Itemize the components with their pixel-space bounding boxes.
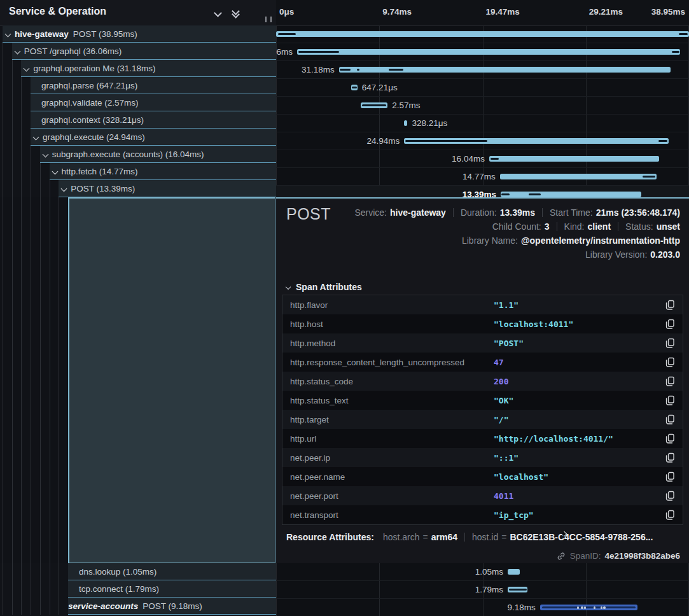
chevron-down-icon[interactable]	[42, 151, 48, 157]
span-bar-row[interactable]: 2.57ms	[276, 97, 689, 115]
copy-icon[interactable]	[665, 319, 675, 329]
span-bar-row[interactable]: 24.94ms	[276, 132, 689, 150]
span-duration-bar[interactable]	[404, 138, 669, 144]
bar-child-segment	[491, 158, 499, 160]
span-duration-bar[interactable]	[276, 31, 689, 37]
panel-resize-handle[interactable]	[265, 17, 272, 22]
meta-value: hive-gateway	[390, 207, 446, 218]
link-icon[interactable]	[557, 552, 566, 561]
chevron-down-icon[interactable]	[24, 65, 30, 71]
span-tree-row[interactable]: hive-gatewayPOST (38.95ms)	[0, 25, 276, 43]
copy-icon[interactable]	[665, 338, 675, 348]
span-tree-row-content[interactable]: POST /graphql (36.06ms)	[12, 43, 276, 60]
collapse-all-icon[interactable]	[233, 8, 239, 17]
tree-indent-guide	[3, 197, 3, 563]
span-duration-label: 16.04ms	[452, 150, 485, 167]
span-tree-row[interactable]: POST (13.39ms)	[0, 180, 276, 197]
tree-indent-guide	[21, 129, 22, 146]
span-tree-row[interactable]: POST /graphql (36.06ms)	[0, 43, 276, 60]
chevron-down-icon[interactable]	[33, 134, 39, 140]
span-bar-row[interactable]: 36.06ms	[276, 43, 689, 61]
span-bar-row[interactable]: 38.95ms	[276, 25, 689, 43]
span-duration-bar[interactable]	[297, 49, 680, 55]
span-service-name: service-accounts	[68, 601, 138, 611]
tree-indent-guide	[50, 180, 50, 197]
span-duration-bar[interactable]	[351, 85, 358, 90]
span-bar-row[interactable]: 328.21μs	[276, 115, 689, 132]
span-tree-row[interactable]: graphql.parse (647.21μs)	[0, 77, 276, 94]
collapse-one-icon[interactable]	[214, 9, 222, 17]
span-tree-row[interactable]: service-accountsPOST (9.18ms)	[0, 598, 276, 615]
span-duration-bar[interactable]	[501, 192, 641, 197]
span-bar-row[interactable]: 31.18ms	[276, 61, 689, 79]
span-tree-row[interactable]: graphql.context (328.21μs)	[0, 111, 276, 129]
span-bar-row[interactable]: 14.77ms	[276, 168, 689, 186]
chevron-down-icon[interactable]	[61, 185, 67, 192]
span-tree-row-content[interactable]: tcp.connect (1.79ms)	[68, 580, 276, 598]
tree-indent-guide	[3, 129, 3, 146]
bar-child-segment	[340, 69, 351, 71]
span-duration-bar[interactable]	[540, 605, 637, 610]
chevron-down-icon[interactable]	[52, 168, 58, 174]
span-tree-row-content[interactable]: graphql.operation Me (31.18ms)	[21, 60, 276, 77]
copy-icon[interactable]	[665, 357, 675, 367]
bar-child-segment	[679, 33, 688, 35]
span-bar-row[interactable]: 1.05ms	[276, 563, 689, 581]
span-operation-label: graphql.validate (2.57ms)	[41, 98, 138, 108]
tree-indent-guide	[40, 180, 41, 197]
span-duration-bar[interactable]	[404, 120, 407, 126]
span-tree-row-content[interactable]: subgraph.execute (accounts) (16.04ms)	[40, 146, 276, 163]
copy-icon[interactable]	[665, 414, 675, 424]
span-tree-row-content[interactable]: http.fetch (14.77ms)	[50, 163, 277, 180]
copy-icon[interactable]	[665, 452, 675, 463]
copy-icon[interactable]	[665, 395, 675, 405]
span-duration-bar[interactable]	[508, 587, 527, 592]
span-duration-bar[interactable]	[339, 67, 671, 73]
span-tree-row[interactable]: http.fetch (14.77ms)	[0, 163, 276, 180]
span-duration-bar[interactable]	[489, 156, 659, 162]
tree-indent-guide	[12, 180, 13, 197]
span-tree-row-content[interactable]: hive-gatewayPOST (38.95ms)	[3, 25, 276, 43]
span-tree-row-content[interactable]: service-accountsPOST (9.18ms)	[68, 598, 276, 615]
span-tree-row-content[interactable]: dns.lookup (1.05ms)	[68, 563, 276, 580]
meta-label: Status:	[625, 221, 653, 232]
copy-icon[interactable]	[665, 491, 675, 501]
resource-attributes-row[interactable]: Resource Attributes: host.arch=arm64host…	[286, 532, 653, 542]
span-title: POST	[286, 205, 331, 223]
copy-icon[interactable]	[665, 300, 675, 310]
span-duration-bar[interactable]	[361, 102, 387, 108]
span-duration-bar[interactable]	[508, 569, 520, 575]
copy-icon[interactable]	[665, 376, 675, 386]
copy-icon[interactable]	[665, 472, 675, 482]
chevron-down-icon[interactable]	[5, 31, 11, 37]
span-operation-label: graphql.context (328.21μs)	[41, 115, 144, 125]
span-tree: hive-gatewayPOST (38.95ms)POST /graphql …	[0, 25, 276, 197]
tree-indent-guide	[21, 163, 22, 180]
span-tree-row[interactable]: subgraph.execute (accounts) (16.04ms)	[0, 146, 276, 163]
span-tree-row[interactable]: graphql.operation Me (31.18ms)	[0, 60, 276, 77]
span-bar-row[interactable]: 9.18ms	[276, 599, 689, 616]
span-bar-row[interactable]: 16.04ms	[276, 150, 689, 168]
meta-value: 13.39ms	[500, 207, 535, 218]
span-attributes-header[interactable]: Span Attributes	[286, 282, 362, 292]
chevron-down-icon[interactable]	[14, 48, 20, 54]
span-tree-row-content[interactable]: POST (13.39ms)	[59, 180, 276, 197]
copy-icon[interactable]	[665, 510, 675, 520]
tree-indent-guide	[59, 563, 59, 580]
span-bar-row[interactable]: 647.21μs	[276, 79, 689, 97]
meta-separator	[542, 208, 543, 217]
span-tree-row[interactable]: dns.lookup (1.05ms)	[0, 563, 276, 580]
span-tree-row-content[interactable]: graphql.parse (647.21μs)	[31, 77, 276, 94]
span-tree-row-content[interactable]: graphql.execute (24.94ms)	[31, 129, 276, 146]
bar-child-segment	[643, 176, 656, 178]
copy-icon[interactable]	[665, 433, 675, 444]
span-tree-row-content[interactable]: graphql.validate (2.57ms)	[31, 94, 276, 111]
span-duration-label: 1.79ms	[475, 581, 503, 598]
span-bar-row[interactable]: 1.79ms	[276, 581, 689, 599]
bar-child-segment	[509, 589, 527, 591]
span-duration-bar[interactable]	[500, 174, 657, 179]
span-tree-row-content[interactable]: graphql.context (328.21μs)	[31, 111, 276, 129]
span-tree-row[interactable]: graphql.validate (2.57ms)	[0, 94, 276, 111]
span-tree-row[interactable]: tcp.connect (1.79ms)	[0, 580, 276, 598]
span-tree-row[interactable]: graphql.execute (24.94ms)	[0, 129, 276, 146]
